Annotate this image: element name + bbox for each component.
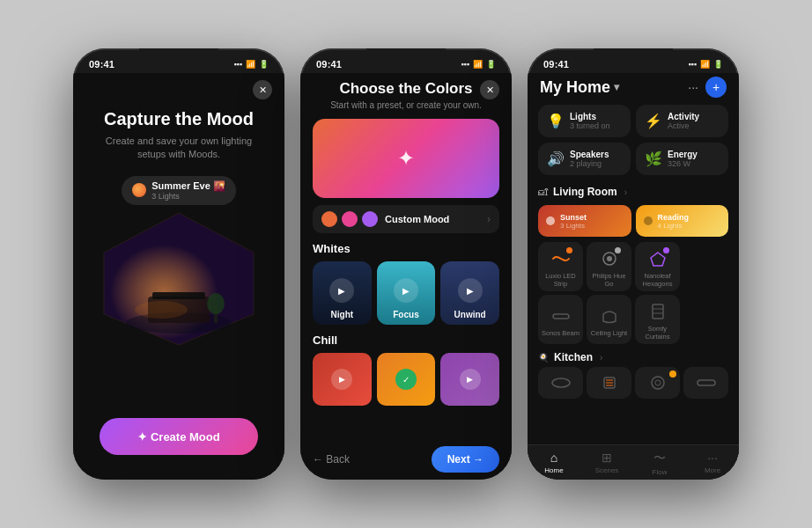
chill-section-label: Chill	[313, 334, 499, 347]
preset-night-label: Night	[331, 310, 354, 319]
back-button[interactable]: ← Back	[313, 453, 350, 466]
mood-sunset-card[interactable]: Sunset 3 Lights	[538, 205, 631, 237]
play-unwind-icon: ▶	[458, 278, 483, 303]
whites-section-label: Whites	[313, 242, 499, 255]
ceiling-icon	[598, 304, 621, 327]
kitchen-device-2[interactable]	[587, 367, 631, 399]
create-mood-button[interactable]: ✦ Create Mood	[100, 418, 258, 455]
device-ceiling[interactable]: Ceiling Light	[587, 295, 631, 344]
custom-mood-dots	[321, 211, 378, 227]
kitchen-device-4[interactable]	[683, 367, 728, 399]
nav-more[interactable]: ··· More	[686, 451, 739, 476]
svg-point-14	[552, 378, 570, 387]
preset-unwind[interactable]: ▶ Unwind	[440, 261, 499, 325]
kitchen-device-3[interactable]	[635, 367, 680, 399]
home-chevron-icon: ▾	[614, 81, 619, 93]
close-button-2[interactable]: ✕	[480, 80, 499, 99]
add-button[interactable]: +	[705, 77, 727, 98]
lights-icon: 💡	[547, 113, 565, 129]
phone3-content: My Home ▾ ··· + 💡 Lights 3 turned on	[528, 73, 739, 480]
chill-play-3: ▶	[460, 369, 481, 390]
kitchen-chevron: ›	[600, 353, 602, 363]
capture-mood-subtitle: Create and save your own lighting setups…	[73, 135, 284, 162]
widget-grid: 💡 Lights 3 turned on ⚡ Activity Active	[528, 105, 739, 175]
home-header-icons: ··· +	[688, 77, 727, 98]
notch-1	[139, 48, 218, 68]
energy-icon: 🌿	[645, 150, 662, 167]
home-title: My Home ▾	[540, 78, 619, 97]
preset-focus[interactable]: ▶ Focus	[377, 261, 436, 325]
phone1-bg: ✕ Capture the Mood Create and save your …	[73, 73, 284, 480]
chill-card-2[interactable]: ✓	[377, 353, 436, 406]
notch-2	[366, 48, 446, 68]
next-button[interactable]: Next →	[432, 446, 499, 473]
philips-name: Philips Hue Go	[590, 272, 628, 288]
luxio-name: Luxio LED Strip	[542, 272, 579, 288]
somfy-icon	[646, 300, 669, 323]
living-room-chevron: ›	[624, 187, 627, 197]
more-nav-label: More	[705, 466, 720, 474]
kitchen-icon: 🍳	[538, 353, 549, 363]
device-nanoleaf[interactable]: Nanoleaf Hexagons	[635, 242, 680, 291]
svg-point-6	[135, 301, 188, 319]
activity-title: Activity	[668, 112, 699, 121]
scenes-nav-label: Scenes	[595, 466, 619, 474]
philips-icon	[598, 247, 621, 270]
battery-icon-3: 🔋	[713, 60, 723, 69]
energy-sub: 326 W	[668, 159, 698, 168]
nav-scenes[interactable]: ⊞ Scenes	[580, 451, 633, 476]
device-sonos[interactable]: Sonos Beam	[538, 295, 583, 344]
mood-reading-card[interactable]: Reading 4 Lights	[636, 205, 729, 237]
signal-icon-3: ▪▪▪	[688, 60, 697, 69]
more-icon[interactable]: ···	[688, 80, 698, 94]
speakers-title: Speakers	[570, 150, 609, 159]
svg-point-19	[652, 377, 664, 389]
sonos-icon	[550, 304, 572, 327]
svg-point-8	[607, 256, 612, 261]
chill-card-3[interactable]: ▶	[440, 353, 499, 406]
mood-name: Summer Eve 🌇	[151, 180, 225, 192]
device-somfy[interactable]: Somfy Curtains	[635, 295, 680, 344]
svg-rect-3	[152, 292, 205, 299]
living-room-header[interactable]: 🛋 Living Room ›	[528, 182, 739, 202]
status-time-3: 09:41	[543, 59, 569, 70]
device-philips[interactable]: Philips Hue Go	[587, 242, 631, 291]
presets-grid: ▶ Night ▶ Focus ▶ Unwind	[313, 261, 499, 325]
kitchen-header[interactable]: 🍳 Kitchen ›	[528, 349, 739, 367]
device-luxio[interactable]: Luxio LED Strip	[538, 242, 583, 291]
kitchen-title: Kitchen	[554, 351, 593, 363]
home-nav-icon: ⌂	[550, 451, 557, 465]
flow-nav-icon: 〜	[653, 451, 666, 466]
phone2-footer: ← Back Next →	[313, 439, 499, 473]
svg-rect-21	[698, 380, 715, 385]
flow-nav-label: Flow	[653, 468, 668, 476]
battery-icon-2: 🔋	[486, 60, 496, 69]
status-time-1: 09:41	[89, 59, 114, 70]
warning-badge	[669, 370, 676, 378]
scenes-nav-icon: ⊞	[602, 451, 612, 465]
chill-card-1[interactable]: ▶	[313, 353, 372, 406]
nav-home[interactable]: ⌂ Home	[528, 451, 580, 476]
device-slot-2	[683, 295, 728, 344]
notch-3	[594, 48, 673, 68]
widget-energy[interactable]: 🌿 Energy 326 W	[636, 143, 728, 175]
capture-mood-title: Capture the Mood	[104, 108, 254, 129]
battery-icon: 🔋	[259, 60, 269, 69]
home-nav-label: Home	[544, 466, 563, 474]
activity-icon: ⚡	[645, 113, 662, 129]
living-room-title: Living Room	[553, 186, 617, 198]
custom-mood-row[interactable]: Custom Mood ›	[313, 205, 499, 233]
widget-lights[interactable]: 💡 Lights 3 turned on	[538, 105, 631, 137]
widget-speakers[interactable]: 🔊 Speakers 2 playing	[538, 143, 631, 175]
close-button-1[interactable]: ✕	[253, 80, 272, 99]
nav-flow[interactable]: 〜 Flow	[633, 451, 686, 476]
widget-activity[interactable]: ⚡ Activity Active	[636, 105, 728, 137]
dot-pink	[342, 211, 358, 227]
nav-bar: ⌂ Home ⊞ Scenes 〜 Flow ··· More	[528, 444, 739, 480]
preset-night[interactable]: ▶ Night	[313, 261, 372, 325]
lights-title: Lights	[570, 112, 610, 121]
kitchen-device-1[interactable]	[538, 367, 583, 399]
wifi-icon-3: 📶	[700, 60, 710, 69]
preset-unwind-label: Unwind	[454, 310, 486, 319]
dot-purple	[362, 211, 378, 227]
